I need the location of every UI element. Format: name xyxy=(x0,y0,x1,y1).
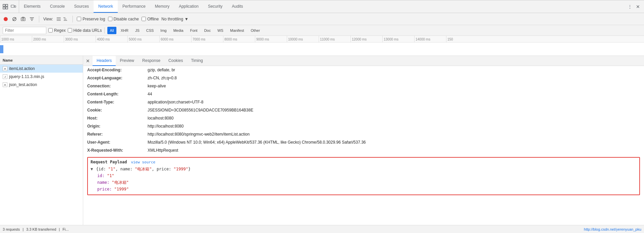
header-name-x-requested-with: X-Requested-With: xyxy=(87,147,148,154)
detail-tab-timing[interactable]: Timing xyxy=(187,56,207,66)
filter-type-img[interactable]: Img xyxy=(158,27,169,34)
svg-rect-0 xyxy=(3,4,5,6)
file-item-0[interactable]: A itemList.action xyxy=(0,65,83,73)
svg-rect-5 xyxy=(14,6,16,7)
tab-application[interactable]: Application xyxy=(174,0,203,13)
preserve-log-checkbox[interactable] xyxy=(77,17,81,21)
file-name-0: itemList.action xyxy=(9,66,35,71)
filter-type-css[interactable]: CSS xyxy=(144,27,156,34)
payload-brace-open: { xyxy=(96,167,98,171)
tick-7000: 7000 ms xyxy=(191,36,223,43)
tick-6000: 6000 ms xyxy=(159,36,191,43)
filter-type-doc[interactable]: Doc xyxy=(202,27,213,34)
filter-type-manifest[interactable]: Manifest xyxy=(228,27,247,34)
header-value-origin: http://localhost:8080 xyxy=(148,123,183,130)
tick-8000: 8000 ms xyxy=(223,36,255,43)
record-button[interactable] xyxy=(3,16,9,22)
detail-tab-response[interactable]: Response xyxy=(138,56,164,66)
preserve-log-checkbox-group: Preserve log xyxy=(77,17,105,21)
filter-type-font[interactable]: Font xyxy=(188,27,200,34)
svg-rect-3 xyxy=(6,7,8,9)
tab-performance[interactable]: Performance xyxy=(118,0,150,13)
detail-tab-headers[interactable]: Headers xyxy=(93,56,116,66)
more-options-icon[interactable]: ⋮ xyxy=(627,3,633,10)
tab-console[interactable]: Console xyxy=(45,0,69,13)
device-toggle-icon[interactable] xyxy=(10,3,17,10)
header-value-accept-encoding: gzip, deflate, br xyxy=(148,67,175,73)
filter-type-ws[interactable]: WS xyxy=(215,27,226,34)
status-requests: 3 requests xyxy=(3,227,20,231)
header-value-user-agent: Mozilla/5.0 (Windows NT 10.0; Win64; x64… xyxy=(148,139,366,146)
header-value-content-length: 44 xyxy=(148,91,152,97)
hide-data-urls-group: Hide data URLs xyxy=(68,28,102,33)
detail-tab-cookies[interactable]: Cookies xyxy=(164,56,187,66)
hide-data-urls-checkbox[interactable] xyxy=(68,28,72,32)
payload-id-key: id: xyxy=(99,167,108,171)
header-name-connection: Connection: xyxy=(87,83,148,89)
header-value-host: localhost:8080 xyxy=(148,115,173,122)
payload-collapse-icon[interactable]: ▼ xyxy=(91,167,93,171)
tick-2000: 2000 ms xyxy=(32,36,64,43)
tick-5000: 5000 ms xyxy=(127,36,159,43)
filter-type-all[interactable]: All xyxy=(107,27,116,34)
header-row-x-requested-with: X-Requested-With: XMLHttpRequest xyxy=(83,146,644,154)
offline-checkbox-group: Offline xyxy=(142,17,159,21)
offline-checkbox[interactable] xyxy=(142,17,146,21)
tick-4000: 4000 ms xyxy=(96,36,127,43)
header-row-user-agent: User-Agent: Mozilla/5.0 (Windows NT 10.0… xyxy=(83,138,644,146)
payload-view-source[interactable]: view source xyxy=(131,160,155,164)
tick-11000: 11000 ms xyxy=(319,36,351,43)
header-row-host: Host: localhost:8080 xyxy=(83,114,644,122)
network-toolbar: View: Preserve log Disabl xyxy=(0,13,644,25)
payload-title: Request Payload xyxy=(91,160,127,164)
svg-rect-1 xyxy=(6,4,8,6)
file-item-1[interactable]: J jquery-1.11.3.min.js xyxy=(0,73,83,81)
view-waterfall-icon[interactable] xyxy=(62,16,68,22)
filter-type-other[interactable]: Other xyxy=(249,27,263,34)
filter-type-xhr[interactable]: XHR xyxy=(118,27,131,34)
view-list-icon[interactable] xyxy=(56,16,62,22)
payload-key-id: id: xyxy=(97,173,107,178)
header-row-accept-language: Accept-Language: zh-CN, zh;q=0.8 xyxy=(83,74,644,82)
filter-type-js[interactable]: JS xyxy=(133,27,142,34)
filter-icon[interactable] xyxy=(29,16,35,22)
inspect-icon[interactable] xyxy=(2,3,9,10)
throttle-dropdown-group: No throttling ▼ xyxy=(161,17,189,21)
tick-1000: 1000 ms xyxy=(0,36,32,43)
header-value-content-type: application/json;charset=UTF-8 xyxy=(148,99,203,105)
detail-panel-close[interactable]: ✕ xyxy=(85,58,91,64)
svg-point-10 xyxy=(22,18,24,20)
filter-separator xyxy=(104,27,105,33)
clear-button[interactable] xyxy=(11,16,17,22)
tab-security[interactable]: Security xyxy=(203,0,227,13)
disable-cache-checkbox[interactable] xyxy=(108,17,112,21)
regex-checkbox[interactable] xyxy=(48,28,53,32)
tab-memory[interactable]: Memory xyxy=(150,0,174,13)
tab-sources[interactable]: Sources xyxy=(69,0,94,13)
header-name-referer: Referer: xyxy=(87,131,148,138)
filter-input[interactable] xyxy=(3,27,46,34)
header-name-accept-encoding: Accept-Encoding: xyxy=(87,67,148,73)
main-tabs: Elements Console Sources Network Perform… xyxy=(19,0,624,13)
tick-13000: 13000 ms xyxy=(382,36,414,43)
payload-id-val: "1" xyxy=(108,167,116,171)
detail-tab-preview[interactable]: Preview xyxy=(116,56,138,66)
status-sep-2: | xyxy=(59,227,60,231)
tick-3000: 3000 ms xyxy=(64,36,96,43)
svg-rect-4 xyxy=(11,5,14,7)
tick-9000: 9000 ms xyxy=(255,36,287,43)
header-name-content-type: Content-Type: xyxy=(87,99,148,105)
close-devtools-icon[interactable]: ✕ xyxy=(635,3,641,10)
header-name-content-length: Content-Length: xyxy=(87,91,148,97)
detail-panel: ✕ Headers Preview Response Cookies Timin… xyxy=(83,56,644,225)
timeline-ruler: 1000 ms 2000 ms 3000 ms 4000 ms 5000 ms … xyxy=(0,36,644,43)
file-item-2[interactable]: A json_test.action xyxy=(0,81,83,89)
payload-header: Request Payload view source xyxy=(91,160,637,164)
tab-network[interactable]: Network xyxy=(94,0,118,13)
regex-label: Regex xyxy=(54,28,66,33)
filter-type-media[interactable]: Media xyxy=(171,27,186,34)
tab-elements[interactable]: Elements xyxy=(19,0,45,13)
screenshot-button[interactable] xyxy=(20,16,26,22)
tab-audits[interactable]: Audits xyxy=(227,0,248,13)
payload-section: Request Payload view source ▼ {id: "1", … xyxy=(87,157,640,195)
